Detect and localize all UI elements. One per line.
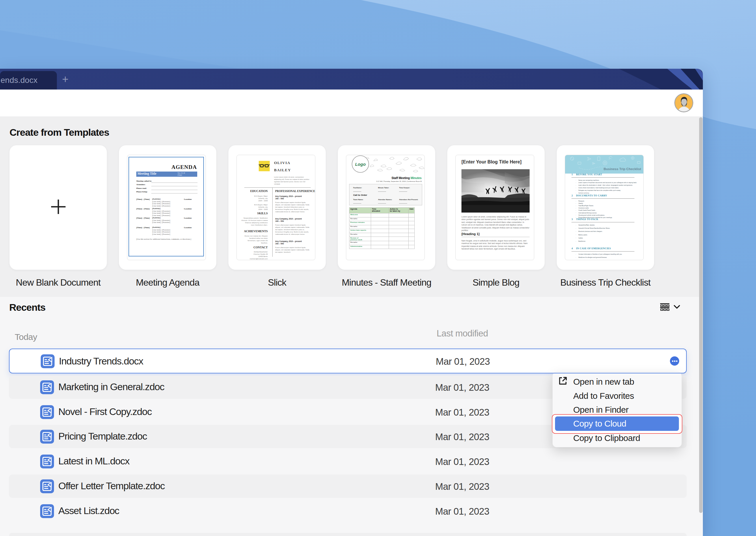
svg-text:Logo: Logo <box>355 162 366 167</box>
